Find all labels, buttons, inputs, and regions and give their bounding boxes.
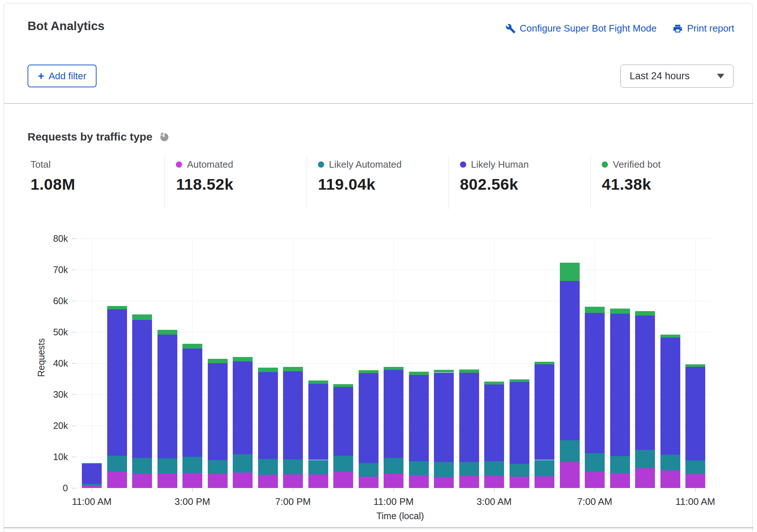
chart-bar[interactable] xyxy=(510,238,529,488)
configure-super-bot-fight-mode-link[interactable]: Configure Super Bot Fight Mode xyxy=(506,23,657,34)
bar-segment-likely-automated xyxy=(82,484,102,486)
chart-bar[interactable] xyxy=(359,238,378,488)
print-link-label: Print report xyxy=(687,23,734,34)
chart-bar[interactable] xyxy=(132,238,152,488)
bar-segment-likely-automated xyxy=(208,460,228,474)
print-report-link[interactable]: Print report xyxy=(673,23,734,34)
y-tick-label: 40k xyxy=(39,358,68,369)
stat-verified-bot-value: 41.38k xyxy=(602,175,732,193)
bar-segment-likely-human xyxy=(132,320,152,458)
bar-segment-likely-automated xyxy=(560,440,580,462)
chart-bar[interactable] xyxy=(434,238,454,488)
bar-segment-likely-automated xyxy=(484,461,504,476)
y-axis-tick xyxy=(72,488,76,488)
y-axis-tick xyxy=(72,426,76,426)
x-tick-label: 3:00 AM xyxy=(465,496,524,507)
bar-segment-likely-human xyxy=(510,382,529,464)
stat-total-value: 1.08M xyxy=(30,175,164,193)
y-axis-tick xyxy=(72,301,76,301)
bar-segment-verified-bot xyxy=(208,359,228,363)
chart-bar[interactable] xyxy=(484,238,504,488)
y-tick-label: 0 xyxy=(39,483,68,493)
bar-segment-likely-human xyxy=(585,313,605,453)
chart-bar[interactable] xyxy=(384,238,403,488)
bar-segment-likely-human xyxy=(157,335,177,458)
chart-bar[interactable] xyxy=(107,238,127,488)
stat-verified-bot[interactable]: Verified bot 41.38k xyxy=(590,156,732,209)
x-axis-tick xyxy=(595,488,595,492)
chart-bar[interactable] xyxy=(409,238,429,488)
bar-segment-likely-human xyxy=(107,309,127,456)
stat-likely-human-label: Likely Human xyxy=(471,159,529,170)
bar-segment-likely-human xyxy=(233,361,253,454)
bar-segment-likely-automated xyxy=(459,462,479,476)
y-tick-label: 60k xyxy=(39,296,68,306)
chart-bar[interactable] xyxy=(82,238,102,488)
x-axis-tick xyxy=(494,488,495,492)
bar-segment-verified-bot xyxy=(535,362,554,365)
chart-bar[interactable] xyxy=(660,238,680,488)
bar-segment-automated xyxy=(459,476,479,488)
bar-segment-automated xyxy=(510,477,529,488)
time-range-value: Last 24 hours xyxy=(630,70,690,82)
bar-segment-automated xyxy=(333,472,353,488)
likely-automated-legend-dot xyxy=(318,161,324,168)
x-tick-label: 11:00 AM xyxy=(666,496,725,507)
chart-bar[interactable] xyxy=(685,238,705,488)
bar-segment-automated xyxy=(585,472,605,488)
y-axis-tick xyxy=(72,332,76,332)
time-range-select[interactable]: Last 24 hours xyxy=(620,65,734,88)
bar-segment-likely-human xyxy=(610,314,630,456)
y-tick-label: 20k xyxy=(39,420,68,431)
bar-segment-likely-automated xyxy=(107,456,127,471)
stat-automated-value: 118.52k xyxy=(176,175,307,193)
bar-segment-likely-human xyxy=(283,371,303,459)
bar-segment-verified-bot xyxy=(510,379,529,382)
header-actions: Configure Super Bot Fight Mode Print rep… xyxy=(506,23,734,34)
bar-segment-verified-bot xyxy=(308,380,328,384)
bar-segment-likely-automated xyxy=(610,456,630,473)
bar-segment-automated xyxy=(258,475,278,488)
bar-segment-verified-bot xyxy=(359,370,378,374)
chart-bar[interactable] xyxy=(182,238,202,488)
bar-segment-automated xyxy=(535,476,554,488)
automated-legend-dot xyxy=(176,161,182,168)
chart-bar[interactable] xyxy=(308,238,328,488)
chart-bar[interactable] xyxy=(535,238,554,488)
y-axis-tick xyxy=(72,457,76,457)
bar-segment-likely-automated xyxy=(359,463,378,477)
add-filter-button[interactable]: + Add filter xyxy=(28,65,97,87)
bar-segment-automated xyxy=(409,475,429,488)
chart-bar[interactable] xyxy=(585,238,605,488)
bar-segment-automated xyxy=(434,477,454,488)
stat-likely-human[interactable]: Likely Human 802.56k xyxy=(449,156,591,209)
y-tick-label: 80k xyxy=(39,233,68,244)
bar-segment-automated xyxy=(660,470,680,488)
chart-bar[interactable] xyxy=(258,238,278,488)
y-axis-tick xyxy=(72,238,76,239)
y-axis-tick xyxy=(72,363,76,364)
chart-bar[interactable] xyxy=(610,238,630,488)
stat-automated[interactable]: Automated 118.52k xyxy=(164,156,307,209)
chart-bar[interactable] xyxy=(208,238,228,488)
y-tick-label: 50k xyxy=(39,327,68,338)
chart-bar[interactable] xyxy=(635,238,655,488)
bar-segment-likely-human xyxy=(409,375,429,461)
chart-bar[interactable] xyxy=(560,238,580,488)
stat-total: Total 1.08M xyxy=(28,156,164,209)
bar-segment-likely-automated xyxy=(510,464,529,477)
bot-analytics-page: { "header": { "title": "Bot Analytics", … xyxy=(0,0,757,532)
x-tick-label: 7:00 AM xyxy=(565,496,624,507)
section-heading-label: Requests by traffic type xyxy=(28,131,152,143)
printer-icon xyxy=(673,23,683,34)
chart-bar[interactable] xyxy=(459,238,479,488)
chart-bar[interactable] xyxy=(233,238,253,488)
bar-segment-likely-human xyxy=(384,370,403,458)
bar-segment-automated xyxy=(107,471,127,488)
chart-bar[interactable] xyxy=(333,238,353,488)
stat-automated-label: Automated xyxy=(187,159,233,170)
bar-segment-verified-bot xyxy=(610,309,630,314)
chart-bar[interactable] xyxy=(157,238,177,488)
chart-bar[interactable] xyxy=(283,238,303,488)
stat-likely-automated[interactable]: Likely Automated 119.04k xyxy=(307,156,449,209)
